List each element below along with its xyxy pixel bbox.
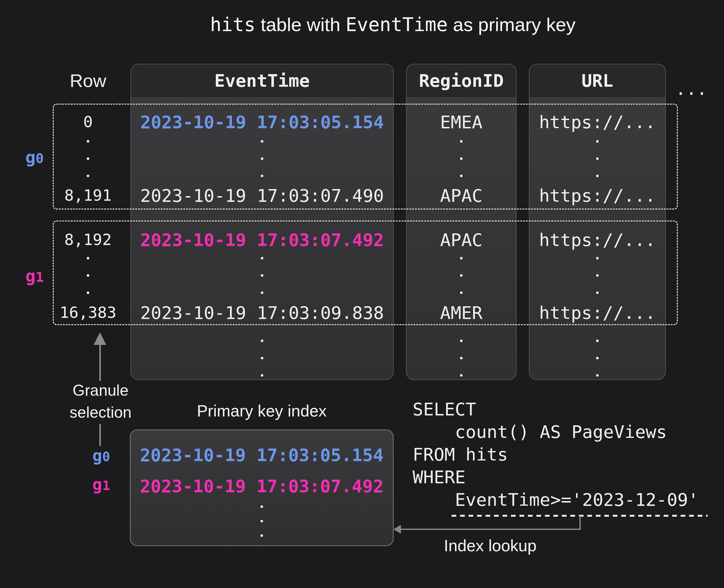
title-tail-text: as primary key — [448, 14, 576, 35]
dot — [460, 374, 462, 377]
dot — [261, 339, 263, 342]
dot — [460, 339, 462, 342]
index-g1-label-digit: 1 — [102, 478, 110, 493]
dot — [460, 140, 462, 143]
vertical-ellipsis — [596, 339, 599, 377]
dot — [261, 520, 263, 522]
dot — [596, 257, 599, 259]
page-title: hits table with EventTime as primary key — [210, 14, 575, 36]
dot — [87, 292, 89, 294]
vertical-ellipsis — [261, 257, 263, 294]
dot — [261, 534, 263, 537]
vertical-ellipsis — [460, 140, 462, 177]
primary-key-index-title: Primary key index — [197, 401, 327, 420]
dot — [596, 274, 599, 277]
granule-1-label-digit: 1 — [36, 269, 44, 285]
index-entry-g0-label: g0 — [92, 446, 110, 465]
granule-selection-caption-line1: Granule — [73, 381, 128, 400]
index-g1-label-g: g — [92, 475, 102, 494]
more-columns-ellipsis: ... — [675, 79, 707, 99]
dot — [596, 175, 599, 177]
url-header: URL — [581, 70, 613, 91]
vertical-ellipsis — [87, 257, 89, 294]
granule-selection-arrowhead-icon — [94, 332, 106, 345]
regionid-header: RegionID — [419, 70, 504, 91]
granule-0-label-digit: 0 — [36, 150, 44, 166]
index-lookup-label: Index lookup — [444, 536, 537, 555]
dot — [261, 175, 263, 177]
index-g0-label-g: g — [92, 446, 102, 465]
vertical-ellipsis — [261, 505, 263, 537]
dot — [261, 274, 263, 277]
granule-1-label-g: g — [25, 266, 36, 286]
dot — [460, 292, 462, 294]
dot — [596, 158, 599, 160]
granule-selection-arrow-shaft-lower — [99, 424, 101, 446]
granule-1-label: g1 — [25, 266, 44, 286]
dot — [596, 357, 599, 359]
index-lookup-arrow-horizontal — [397, 529, 581, 530]
index-entry-g1-label: g1 — [92, 475, 110, 494]
dot — [460, 158, 462, 160]
granule-0-label-g: g — [25, 147, 36, 167]
dot — [87, 257, 89, 259]
index-entry-g0-value: 2023-10-19 17:03:05.154 — [140, 445, 384, 465]
dot — [87, 274, 89, 277]
dot — [261, 374, 263, 377]
granule-1-outline — [53, 220, 678, 325]
title-hits-code: hits — [210, 14, 255, 36]
dot — [460, 357, 462, 359]
row-column-header: Row — [70, 70, 106, 91]
index-g0-label-digit: 0 — [102, 449, 110, 464]
dot — [261, 357, 263, 359]
dot — [261, 257, 263, 259]
primary-key-diagram: hits table with EventTime as primary key… — [0, 0, 724, 588]
vertical-ellipsis — [261, 339, 263, 377]
dot — [261, 140, 263, 143]
vertical-ellipsis — [87, 140, 89, 177]
dot — [596, 292, 599, 294]
vertical-ellipsis — [460, 257, 462, 294]
dot — [87, 140, 89, 143]
granule-0-outline — [53, 104, 678, 210]
dot — [460, 175, 462, 177]
dot — [261, 158, 263, 160]
vertical-ellipsis — [596, 257, 599, 294]
dot — [87, 158, 89, 160]
dot — [460, 257, 462, 259]
index-lookup-arrowhead-icon — [393, 525, 401, 534]
dot — [596, 339, 599, 342]
vertical-ellipsis — [596, 140, 599, 177]
title-eventtime-code: EventTime — [346, 14, 448, 36]
dot — [261, 292, 263, 294]
granule-0-label: g0 — [25, 147, 44, 167]
dot — [460, 274, 462, 277]
vertical-ellipsis — [460, 339, 462, 377]
eventtime-header: EventTime — [214, 70, 310, 91]
dot — [87, 175, 89, 177]
granule-selection-arrow-shaft — [99, 344, 101, 381]
index-lookup-arrow-vertical — [579, 516, 581, 529]
index-entry-g1-value: 2023-10-19 17:03:07.492 — [140, 476, 384, 496]
dot — [596, 140, 599, 143]
sql-query: SELECT count() AS PageViews FROM hits WH… — [413, 398, 699, 511]
vertical-ellipsis — [261, 140, 263, 177]
dot — [596, 374, 599, 377]
dot — [261, 505, 263, 508]
title-mid-text: table with — [255, 14, 346, 35]
granule-selection-caption-line2: selection — [69, 403, 131, 422]
